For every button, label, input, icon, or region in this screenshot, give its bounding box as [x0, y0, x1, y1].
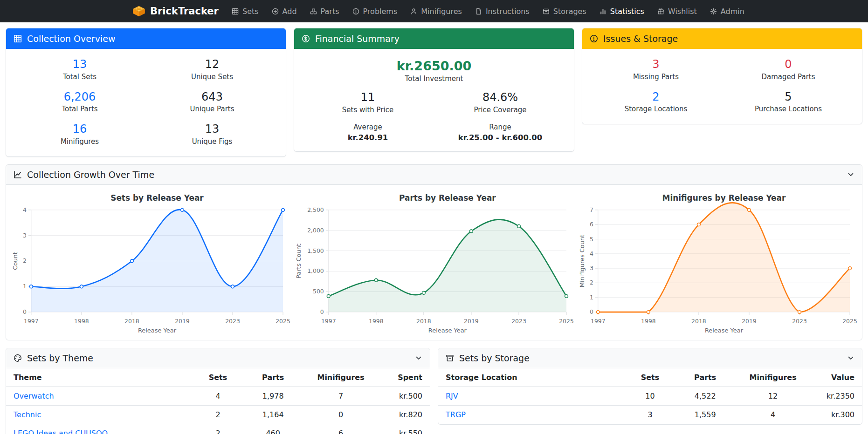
- stat-minifigures: 16Minifigures: [14, 117, 146, 150]
- svg-text:1: 1: [23, 283, 27, 290]
- svg-text:3: 3: [590, 264, 593, 271]
- svg-text:2019: 2019: [175, 318, 190, 325]
- col-minifigures: Minifigures: [303, 368, 379, 387]
- nav-item-label: Add: [282, 7, 297, 16]
- svg-text:5: 5: [590, 235, 593, 242]
- lego-brick-logo-icon: [132, 5, 146, 17]
- svg-text:Parts Count: Parts Count: [295, 244, 302, 278]
- nav-item-label: Instructions: [486, 7, 530, 16]
- growth-panel-header[interactable]: Collection Growth Over Time: [6, 165, 862, 185]
- dollar-circle-icon: [302, 34, 310, 43]
- svg-text:2019: 2019: [742, 318, 757, 325]
- brand-link[interactable]: BrickTracker: [132, 5, 219, 17]
- cell-minifigures: 0: [303, 405, 379, 424]
- nav-item-problems[interactable]: Problems: [346, 0, 404, 22]
- cell-parts: 460: [243, 424, 303, 434]
- nav-item-instructions[interactable]: Instructions: [468, 0, 536, 22]
- svg-text:Sets by Release Year: Sets by Release Year: [110, 193, 204, 203]
- grid-icon: [232, 8, 239, 15]
- svg-text:1998: 1998: [641, 318, 656, 325]
- stat-average-price: Averagekr.240.91: [302, 120, 434, 145]
- svg-text:Release Year: Release Year: [428, 327, 467, 334]
- storage-link[interactable]: TRGP: [446, 410, 466, 419]
- stat-unique-figs: 13Unique Figs: [146, 117, 278, 150]
- summary-cards-row: Collection Overview 13Total Sets 12Uniqu…: [6, 28, 862, 157]
- theme-link[interactable]: Overwatch: [14, 392, 54, 400]
- svg-text:0: 0: [320, 308, 324, 315]
- gift-icon: [657, 8, 664, 15]
- theme-link[interactable]: LEGO Ideas and CUUSOO: [14, 429, 108, 434]
- tables-row: Sets by Theme Theme Sets Parts Minifigur…: [6, 348, 862, 434]
- svg-text:6: 6: [590, 221, 593, 228]
- nav-item-label: Storages: [553, 7, 586, 16]
- stat-storage-locations: 2Storage Locations: [590, 85, 722, 118]
- svg-text:2,500: 2,500: [307, 206, 324, 213]
- col-storage-location: Storage Location: [438, 368, 625, 387]
- nav-item-admin[interactable]: Admin: [703, 0, 751, 22]
- svg-text:0: 0: [23, 308, 27, 315]
- nav-item-add[interactable]: Add: [265, 0, 303, 22]
- panel-title: Sets by Storage: [459, 353, 530, 363]
- charts-row: 01234199719982018201920232025Sets by Rel…: [6, 185, 862, 340]
- cell-minifigures: 12: [735, 387, 811, 405]
- growth-panel: Collection Growth Over Time 012341997199…: [6, 164, 862, 340]
- storage-link[interactable]: RJV: [446, 392, 458, 400]
- svg-text:2018: 2018: [416, 318, 431, 325]
- svg-text:3: 3: [23, 231, 27, 238]
- cell-parts: 1,978: [243, 387, 303, 405]
- nav-item-parts[interactable]: Parts: [303, 0, 346, 22]
- chevron-down-icon: [415, 354, 422, 362]
- svg-text:Count: Count: [12, 252, 19, 270]
- navbar: BrickTracker Sets Add Parts Problems Min…: [0, 0, 868, 22]
- svg-text:1997: 1997: [321, 318, 336, 325]
- cell-parts: 1,559: [675, 405, 735, 424]
- parts-by-year-chart: 05001,0001,5002,0002,5001997199820182019…: [292, 189, 576, 336]
- svg-text:2: 2: [590, 279, 593, 286]
- svg-text:2023: 2023: [225, 318, 240, 325]
- svg-text:7: 7: [590, 206, 593, 213]
- svg-text:Release Year: Release Year: [705, 327, 744, 334]
- svg-text:Parts by Release Year: Parts by Release Year: [399, 193, 496, 203]
- sets-by-theme-header[interactable]: Sets by Theme: [6, 348, 430, 368]
- nav-item-wishlist[interactable]: Wishlist: [651, 0, 703, 22]
- cell-value: kr.300: [811, 405, 862, 424]
- table-row: Technic 2 1,164 0 kr.820: [6, 405, 430, 424]
- stat-purchase-locations: 5Purchase Locations: [722, 85, 854, 118]
- stat-price-coverage: 84.6%Price Coverage: [434, 86, 566, 118]
- storage-box-icon: [543, 8, 550, 15]
- svg-text:2,000: 2,000: [307, 226, 324, 233]
- cell-sets: 10: [625, 387, 675, 405]
- nav-item-label: Statistics: [610, 7, 644, 16]
- svg-text:1997: 1997: [24, 318, 39, 325]
- col-parts: Parts: [675, 368, 735, 387]
- sets-by-storage-header[interactable]: Sets by Storage: [438, 348, 862, 368]
- nav-item-storages[interactable]: Storages: [536, 0, 593, 22]
- collection-stats: 13Total Sets 12Unique Sets 6,206Total Pa…: [6, 49, 286, 156]
- svg-text:0: 0: [590, 308, 593, 315]
- nav-item-minifigures[interactable]: Minifigures: [404, 0, 468, 22]
- svg-text:1997: 1997: [591, 318, 606, 325]
- stat-missing-parts: 3Missing Parts: [590, 53, 722, 85]
- theme-link[interactable]: Technic: [14, 410, 41, 419]
- col-value: Value: [811, 368, 862, 387]
- navbar-inner: BrickTracker Sets Add Parts Problems Min…: [126, 0, 742, 22]
- card-title: Issues & Storage: [603, 34, 678, 44]
- nav-item-sets[interactable]: Sets: [225, 0, 265, 22]
- nav-item-label: Admin: [721, 7, 744, 16]
- svg-text:2025: 2025: [559, 318, 574, 325]
- nav-item-statistics[interactable]: Statistics: [593, 0, 651, 22]
- svg-text:1,000: 1,000: [307, 267, 324, 274]
- nav-item-label: Minifigures: [421, 7, 462, 16]
- financial-summary-header: Financial Summary: [294, 28, 574, 49]
- chart-line-icon: [14, 170, 22, 179]
- palette-icon: [14, 354, 22, 362]
- cell-sets: 2: [193, 405, 243, 424]
- issues-storage-header: Issues & Storage: [582, 28, 862, 49]
- table-header-row: Storage Location Sets Parts Minifigures …: [438, 368, 862, 387]
- stat-unique-parts: 643Unique Parts: [146, 85, 278, 118]
- nav-item-label: Sets: [242, 7, 259, 16]
- issues-stats: 3Missing Parts 0Damaged Parts 2Storage L…: [582, 49, 862, 124]
- exclamation-circle-icon: [590, 34, 598, 43]
- cell-sets: 2: [193, 424, 243, 434]
- document-icon: [475, 8, 482, 15]
